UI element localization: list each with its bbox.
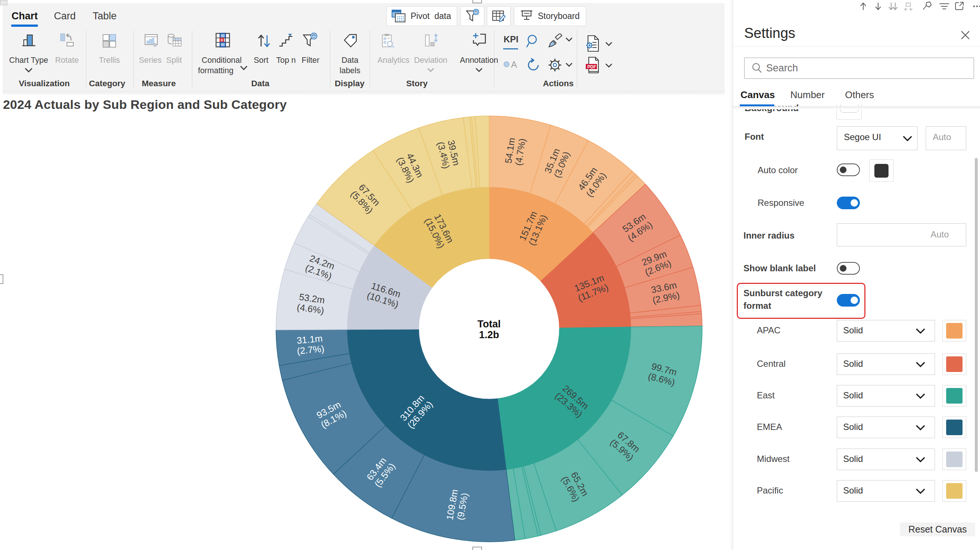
svg-text:A: A [511, 59, 517, 70]
svg-text:1.2b: 1.2b [479, 329, 499, 341]
svg-text:Total: Total [477, 319, 501, 330]
svg-text:54.1m(4.7%): 54.1m(4.7%) [503, 136, 527, 166]
svg-text:31.1m(2.7%): 31.1m(2.7%) [296, 333, 325, 356]
svg-text:53.2m(4.6%): 53.2m(4.6%) [296, 292, 326, 316]
svg-text:PDF: PDF [587, 64, 596, 70]
